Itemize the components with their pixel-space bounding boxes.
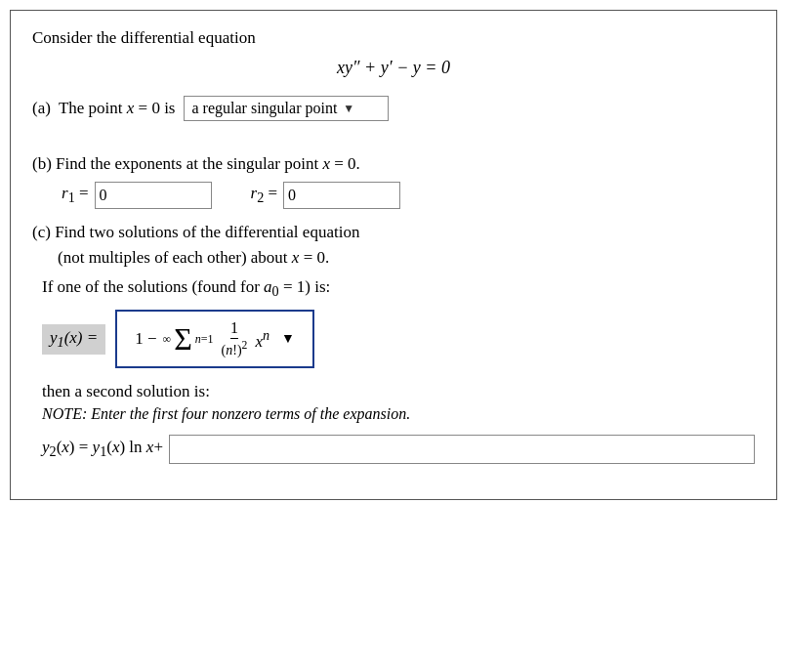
y1-formula-content: 1 − ∞ Σ n=1 1 (n!)2 xn	[135, 319, 269, 358]
sum-container: ∞ Σ n=1	[163, 323, 214, 355]
x-power: xn	[255, 327, 269, 352]
singular-point-dropdown[interactable]: a regular singular point ▼	[184, 96, 389, 121]
part-a-row: (a) The point x = 0 is a regular singula…	[32, 96, 755, 121]
part-a-text: The point x = 0 is	[59, 99, 176, 118]
main-container: Consider the differential equation xy″ +…	[10, 10, 777, 500]
sum-bottom-limit: n=1	[195, 332, 214, 347]
part-c-subtext: (not multiples of each other) about x = …	[58, 248, 755, 268]
y1-row: y1(x) = 1 − ∞ Σ n=1 1 (n!	[42, 310, 755, 368]
problem-statement: Consider the differential equation	[32, 28, 755, 48]
y1-formula-box[interactable]: 1 − ∞ Σ n=1 1 (n!)2 xn	[115, 310, 314, 368]
main-equation: xy″ + y′ − y = 0	[32, 58, 755, 78]
fraction-numerator: 1	[230, 319, 238, 339]
r1-group: r1 =	[62, 182, 212, 209]
dropdown-arrow-icon: ▼	[343, 102, 354, 116]
part-c-label: (c)	[32, 223, 51, 241]
part-c-label-row: (c) Find two solutions of the differenti…	[32, 223, 755, 242]
r2-group: r2 =	[251, 182, 401, 209]
part-b-text: Find the exponents at the singular point…	[56, 154, 360, 173]
y1-label: y1(x) =	[42, 324, 105, 355]
part-b-label: (b)	[32, 154, 52, 173]
formula-one: 1 −	[135, 329, 156, 349]
exponents-row: r1 = r2 =	[62, 182, 755, 209]
solution-intro: If one of the solutions (found for a0 = …	[42, 277, 755, 300]
y2-input[interactable]	[169, 435, 755, 464]
r1-label: r1 =	[62, 184, 89, 206]
fraction-denominator: (n!)2	[222, 339, 248, 358]
part-a-label: (a)	[32, 99, 51, 118]
r1-input[interactable]	[95, 182, 212, 209]
second-solution-note: then a second solution is:	[42, 382, 755, 401]
r2-label: r2 =	[251, 184, 278, 206]
part-b-label-row: (b) Find the exponents at the singular p…	[32, 154, 755, 174]
part-a: (a) The point x = 0 is a regular singula…	[32, 96, 755, 121]
formula-dropdown-arrow-icon: ▼	[281, 331, 295, 347]
r2-input[interactable]	[283, 182, 400, 209]
fraction: 1 (n!)2	[222, 319, 248, 358]
equation-text: xy″ + y′ − y = 0	[337, 58, 450, 77]
dropdown-value: a regular singular point	[192, 100, 338, 117]
problem-statement-text: Consider the differential equation	[32, 28, 256, 47]
note-text: NOTE: Enter the first four nonzero terms…	[42, 405, 755, 423]
part-c: (c) Find two solutions of the differenti…	[32, 223, 755, 464]
part-c-text1: Find two solutions of the differential e…	[55, 223, 359, 241]
sigma-symbol: Σ	[174, 323, 192, 355]
sum-top-limit: ∞	[163, 332, 172, 347]
y2-label: y2(x) = y1(x) ln x+	[42, 438, 163, 460]
y2-row: y2(x) = y1(x) ln x+	[42, 435, 755, 464]
part-b: (b) Find the exponents at the singular p…	[32, 154, 755, 209]
